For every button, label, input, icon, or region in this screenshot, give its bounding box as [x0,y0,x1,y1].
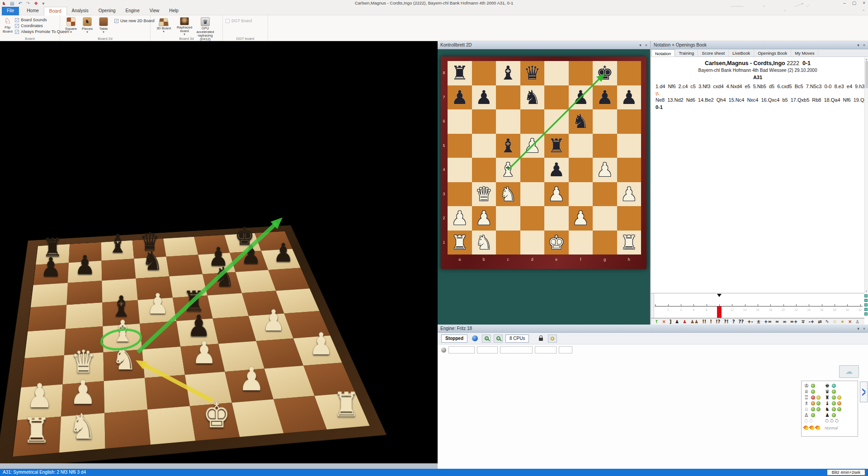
collapse-panel-icon[interactable]: ▾ [857,43,859,47]
tab-training[interactable]: Training [675,49,698,57]
move[interactable]: 7.N5c3 [806,84,822,89]
white-better[interactable]: ± [757,319,760,325]
square-d5[interactable]: ♟ [520,134,545,158]
square-d6[interactable] [520,109,545,134]
square-a6[interactable] [448,109,472,134]
zoom-out-analysis-button[interactable]: − [494,335,503,343]
engine-slot-5[interactable] [559,346,572,353]
square-g7[interactable]: ♟ [593,85,617,110]
move[interactable]: 19.Qc6 [854,97,864,103]
square-g5[interactable] [593,134,617,158]
square-c4[interactable]: ♝ [496,158,520,182]
good-move[interactable]: ! [710,319,712,325]
pawns-icon[interactable]: ♟♟ [690,319,698,325]
square-d2[interactable] [145,375,190,410]
more-icon[interactable]: ▾ [42,0,44,6]
square-b1[interactable]: ♞ [472,231,496,255]
close-panel-icon[interactable]: × [645,43,647,47]
square-e1[interactable]: ♚ [190,403,240,441]
board-3d[interactable]: ♜♝♛♚♟♟♞♟♟♟♞♝♟♜♝♟♟♛♞♟♟♟♟♟♜♞♚♜ [0,225,387,463]
move[interactable]: Rb8 [812,97,821,103]
square-g4[interactable]: ♟ [249,313,293,341]
interesting-move[interactable]: !? [716,319,720,325]
engine-status-button[interactable]: Stopped [441,335,467,343]
square-d2[interactable] [520,206,545,231]
scrollbar-thumb[interactable] [865,61,868,88]
button-gpu-accelerated-raytracing-dx12-[interactable]: ♛GPU accelerated raytracing (DX12)▼ [195,16,216,35]
square-c1[interactable] [496,231,520,255]
lock-button[interactable] [536,335,545,343]
minimize-button[interactable]: – [843,0,846,5]
move[interactable]: b5 [782,97,788,103]
square-d3[interactable] [142,347,185,378]
square-c5[interactable]: ♝ [496,134,520,158]
square-c7[interactable] [102,259,136,281]
tab-openings-book[interactable]: Openings Book [754,49,791,57]
notation-scrollbar[interactable]: ▲ ▼ [864,57,868,293]
square-a1[interactable]: ♜ [13,417,61,457]
square-h1[interactable]: ♜ [617,231,642,255]
square-c2[interactable] [104,378,147,413]
square-e1[interactable]: ♚ [544,231,569,255]
square-c8[interactable]: ♝ [496,61,520,85]
square-e7[interactable] [166,254,203,276]
tab-score-sheet[interactable]: Score sheet [698,49,729,57]
square-a6[interactable] [31,283,68,307]
square-b5[interactable] [66,302,103,329]
menu-tab-engine[interactable]: Engine [121,7,145,15]
dgt-board-checkbox[interactable]: ✓ DGT Board [226,19,252,23]
square-c6[interactable] [496,109,520,134]
flip-board-button[interactable]: ♘ Flip Board [3,16,12,35]
square-c1[interactable] [104,410,151,448]
redo-icon[interactable]: ↷ [26,0,30,6]
app-icon[interactable]: ♞ [2,0,6,6]
square-g1[interactable] [274,396,327,434]
move[interactable]: Nxc4 [747,97,758,103]
chessbase-logo-icon[interactable]: ❖ [34,0,38,6]
cloud-engine-button[interactable]: ☁ [839,365,859,378]
engine-slot-2[interactable] [477,346,498,353]
eval-mini-scrollbar[interactable] [651,293,654,318]
square-g2[interactable] [593,206,617,231]
square-h7[interactable]: ♟ [617,85,642,110]
board-2d[interactable]: ♜♝♛♚♟♟♞♟♟♟♞♝♟♜♝♟♟♛♞♟♟♟♟♟♜♞♚♜ [448,61,641,254]
star-filled-icon[interactable]: ★ [840,319,844,325]
tab-my-moves[interactable]: My Moves [791,49,818,57]
menu-tab-analysis[interactable]: Analysis [67,7,94,15]
move[interactable]: Qh4 [717,97,726,103]
square-c7[interactable] [496,85,520,110]
collapse-panel-icon[interactable]: ▾ [857,326,859,331]
square-a7[interactable]: ♟ [448,85,472,110]
close-panel-icon[interactable]: × [863,43,865,47]
move[interactable]: Ne8 [656,97,665,103]
use-new-2d-board-checkbox[interactable]: ✓ Use new 2D Board [114,19,155,23]
move[interactable]: 17.Qxb5 [791,97,810,103]
move[interactable]: 14.Be2 [698,97,714,103]
x-mark-icon[interactable]: × [848,319,852,325]
tab-livebook[interactable]: LiveBook [729,49,754,57]
square-c3[interactable]: ♞ [104,349,145,381]
arrow-up-icon[interactable]: ↑ [655,319,658,325]
square-h8[interactable] [617,61,642,85]
square-b5[interactable] [472,134,496,158]
square-d1[interactable] [520,231,545,255]
undo-icon[interactable]: ↶ [18,0,22,6]
move[interactable]: e5 [745,84,750,89]
square-h6[interactable] [617,109,642,134]
square-f8[interactable] [569,61,593,85]
move[interactable]: 6.cxd5 [777,84,792,89]
square-a2[interactable]: ♟ [448,206,472,231]
white-slightly-better[interactable]: += [764,319,772,325]
black-pawn-icon[interactable]: ♟ [675,319,679,325]
menu-tab-board[interactable]: Board [44,7,67,15]
move[interactable]: 1.d4 [656,84,665,89]
board-3d-area[interactable]: ♜♝♛♚♟♟♞♟♟♟♞♝♟♜♝♟♟♛♞♟♟♟♟♟♜♞♚♜ SettingsScr… [0,41,438,463]
engine-slot-1[interactable] [448,346,475,353]
button-raytraced-board[interactable]: Raytraced board▼ [174,16,195,35]
square-g8[interactable]: ♚ [593,61,617,85]
zoom-in-analysis-button[interactable]: + [482,335,491,343]
dubious-move[interactable]: ?! [724,319,728,325]
move[interactable]: 9.h3 [855,84,864,89]
evaluation-profile[interactable]: 2468101214161820222426283032 [651,293,864,318]
blunder[interactable]: ?? [738,319,744,325]
